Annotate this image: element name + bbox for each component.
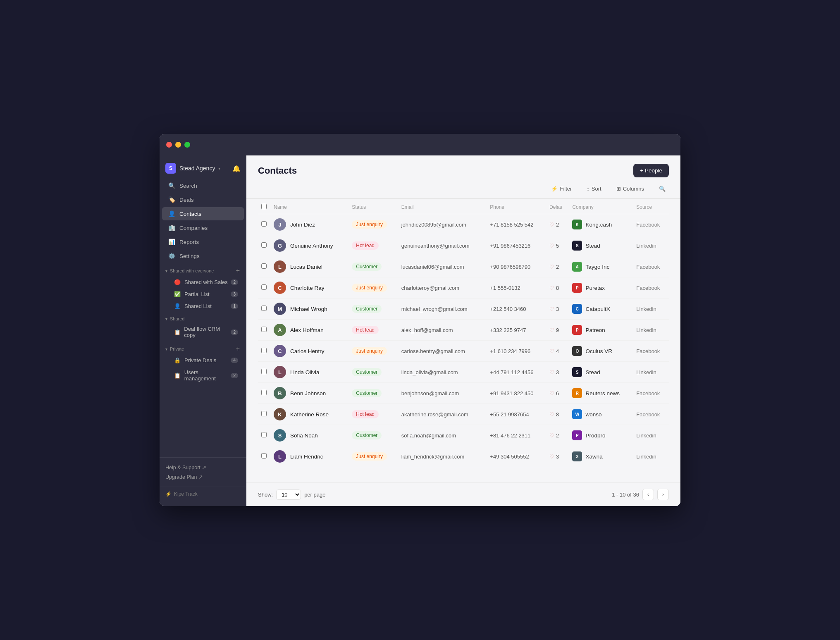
- status-badge: Just enquiry: [352, 452, 387, 461]
- status-badge: Just enquiry: [352, 220, 387, 229]
- per-page-select[interactable]: 102550100: [276, 490, 301, 500]
- row-checkbox-cell: [258, 383, 270, 404]
- row-phone-cell: +91 9867453216: [487, 235, 546, 256]
- sidebar-item-settings[interactable]: ⚙️ Settings: [162, 249, 244, 263]
- row-name-cell: G Genuine Anthony: [270, 235, 348, 256]
- row-checkbox[interactable]: [261, 369, 267, 374]
- search-icon-button[interactable]: 🔍: [656, 184, 669, 193]
- partial-list-badge: 3: [231, 291, 238, 297]
- row-checkbox[interactable]: [261, 284, 267, 290]
- table-row: C Carlos Hentry Just enquiry carlose.hen…: [258, 341, 669, 362]
- search-nav-icon: 🔍: [168, 182, 175, 189]
- company-logo: S: [572, 241, 582, 251]
- add-shared-everyone-button[interactable]: +: [235, 267, 241, 275]
- row-checkbox[interactable]: [261, 411, 267, 416]
- row-checkbox[interactable]: [261, 348, 267, 353]
- sidebar-item-search[interactable]: 🔍 Search: [162, 179, 244, 192]
- row-company-cell: R Reuters news: [569, 383, 633, 404]
- status-badge: Just enquiry: [352, 284, 387, 292]
- sidebar-item-contacts[interactable]: 👤 Contacts: [162, 207, 244, 220]
- sidebar-item-private-deals[interactable]: 🔒 Private Deals 4: [162, 355, 244, 366]
- contact-name[interactable]: Michael Wrogh: [290, 306, 327, 312]
- row-deals-cell: ♡ 3: [546, 446, 569, 467]
- section-shared[interactable]: ▾ Shared: [160, 312, 246, 323]
- shared-with-sales-badge: 2: [231, 279, 238, 285]
- row-checkbox[interactable]: [261, 327, 267, 332]
- status-badge: Hot lead: [352, 241, 379, 250]
- sidebar-item-deals[interactable]: 🏷️ Deals: [162, 193, 244, 206]
- filter-icon: ⚡: [551, 186, 558, 192]
- row-checkbox-cell: [258, 277, 270, 299]
- columns-button[interactable]: ⊞ Columns: [613, 184, 647, 193]
- titlebar: [160, 134, 680, 155]
- notifications-bell-icon[interactable]: 🔔: [232, 165, 241, 172]
- contact-name[interactable]: Charlotte Ray: [290, 285, 325, 291]
- row-deals-cell: ♡ 4: [546, 341, 569, 362]
- prev-page-button[interactable]: ‹: [642, 489, 654, 500]
- brand-name: Stead Agency: [179, 165, 215, 172]
- sidebar-item-deal-flow-crm[interactable]: 📋 Deal flow CRM copy 2: [162, 323, 244, 341]
- row-checkbox[interactable]: [261, 306, 267, 311]
- section-private[interactable]: ▾ Private +: [160, 341, 246, 354]
- row-phone-cell: +91 9431 822 450: [487, 383, 546, 404]
- private-deals-icon: 🔒: [174, 357, 181, 363]
- contact-name[interactable]: Katherine Rose: [290, 411, 329, 418]
- contact-name[interactable]: Lucas Daniel: [290, 264, 322, 270]
- row-checkbox-cell: [258, 320, 270, 341]
- row-checkbox[interactable]: [261, 432, 267, 437]
- contact-name[interactable]: Genuine Anthony: [290, 243, 333, 249]
- row-checkbox[interactable]: [261, 263, 267, 269]
- avatar: G: [274, 239, 286, 252]
- avatar: C: [274, 345, 286, 357]
- row-email-cell: akatherine.rose@gmail.com: [398, 404, 487, 425]
- row-status-cell: Customer: [348, 425, 398, 446]
- company-name: Reuters news: [585, 390, 620, 396]
- sidebar-item-shared-with-sales[interactable]: 🔴 Shared with Sales 2: [162, 277, 244, 288]
- contact-name[interactable]: Linda Olivia: [290, 369, 320, 375]
- contact-name[interactable]: John Diez: [290, 222, 315, 228]
- sort-button[interactable]: ↕ Sort: [583, 184, 604, 193]
- row-name-cell: B Benn Johnson: [270, 383, 348, 404]
- select-all-checkbox[interactable]: [261, 204, 267, 209]
- row-checkbox[interactable]: [261, 390, 267, 395]
- row-company-cell: X Xawna: [569, 446, 633, 467]
- contact-name[interactable]: Alex Hoffman: [290, 327, 324, 333]
- kipe-footer: ⚡ Kipe Track: [160, 487, 246, 501]
- show-per-page: Show: 102550100 per page: [258, 490, 325, 500]
- contact-name[interactable]: Benn Johnson: [290, 390, 326, 396]
- row-checkbox[interactable]: [261, 242, 267, 248]
- add-people-button[interactable]: + People: [633, 164, 669, 177]
- avatar: L: [274, 366, 286, 378]
- row-checkbox[interactable]: [261, 453, 267, 459]
- section-shared-label: Shared: [170, 316, 184, 321]
- sidebar-item-reports[interactable]: 📊 Reports: [162, 235, 244, 248]
- maximize-button[interactable]: [184, 142, 190, 148]
- sidebar-item-partial-list[interactable]: ✅ Partial List 3: [162, 289, 244, 300]
- add-private-button[interactable]: +: [235, 345, 241, 353]
- avatar: S: [274, 429, 286, 442]
- row-deals-cell: ♡ 6: [546, 383, 569, 404]
- sidebar-item-companies[interactable]: 🏢 Companies: [162, 221, 244, 234]
- row-checkbox[interactable]: [261, 221, 267, 227]
- contact-name[interactable]: Liam Hendric: [290, 454, 323, 460]
- next-page-button[interactable]: ›: [657, 489, 669, 500]
- section-shared-with-everyone[interactable]: ▾ Shared with everyone +: [160, 263, 246, 276]
- deal-flow-label: Deal flow CRM copy: [184, 326, 231, 338]
- brand-selector[interactable]: S Stead Agency ▾: [165, 163, 220, 174]
- section-chevron-icon: ▾: [165, 269, 167, 273]
- company-logo: R: [572, 388, 582, 398]
- contact-name[interactable]: Sofia Noah: [290, 432, 318, 439]
- company-name: Taygo Inc: [585, 264, 609, 270]
- contact-name[interactable]: Carlos Hentry: [290, 348, 325, 354]
- sidebar-item-users-management[interactable]: 📋 Users management 2: [162, 367, 244, 384]
- shared-list-badge: 1: [231, 303, 238, 309]
- upgrade-plan-link[interactable]: Upgrade Plan ↗: [165, 472, 241, 482]
- help-support-link[interactable]: Help & Support ↗: [165, 463, 241, 472]
- minimize-button[interactable]: [175, 142, 181, 148]
- row-phone-cell: +55 21 9987654: [487, 404, 546, 425]
- row-phone-cell: +44 791 112 4456: [487, 362, 546, 383]
- sidebar-item-shared-list[interactable]: 👤 Shared List 1: [162, 301, 244, 312]
- close-button[interactable]: [166, 142, 172, 148]
- deals-count: 3: [556, 454, 559, 460]
- filter-button[interactable]: ⚡ Filter: [548, 184, 575, 193]
